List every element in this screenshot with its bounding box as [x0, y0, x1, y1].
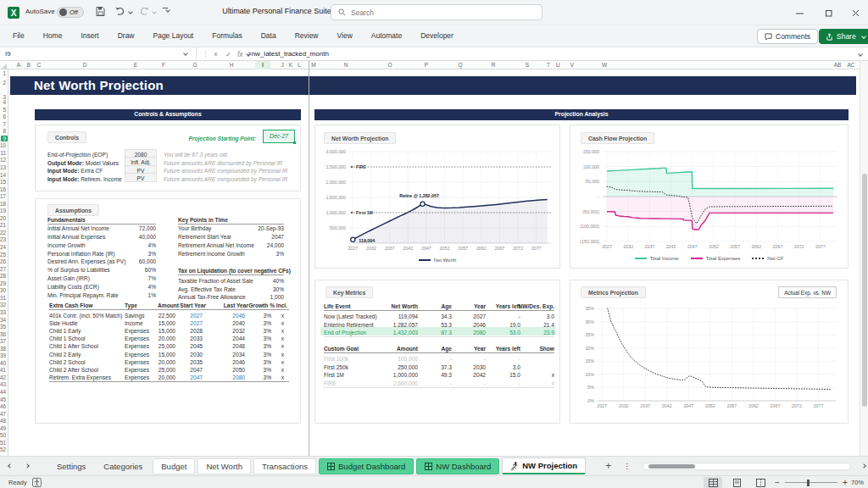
column-header-B[interactable]: B	[27, 61, 31, 69]
cancel-formula-icon[interactable]: ×	[214, 50, 218, 58]
row-headers[interactable]: 1234567891011121314151617181920212223242…	[0, 69, 8, 456]
share-button[interactable]: Share	[819, 29, 868, 44]
row-header-50[interactable]: 50	[0, 432, 6, 438]
horizontal-scrollbar-thumb[interactable]	[648, 464, 695, 469]
undo-button[interactable]	[114, 6, 132, 17]
column-header-S[interactable]: S	[526, 61, 529, 69]
row-header-24[interactable]: 24	[0, 244, 6, 250]
sheet-canvas[interactable]: Net Worth Projection Controls & Assumpti…	[8, 69, 860, 456]
selection-handle[interactable]	[293, 141, 296, 144]
ribbon-tab-view[interactable]: View	[328, 25, 362, 47]
row-header-51[interactable]: 51	[0, 440, 6, 446]
zoom-slider-thumb[interactable]	[807, 480, 810, 486]
row-header-42[interactable]: 42	[0, 374, 6, 380]
row-header-47[interactable]: 47	[0, 411, 6, 417]
row-header-20[interactable]: 20	[0, 215, 6, 221]
column-header-C[interactable]: C	[37, 61, 42, 69]
sheet-tab-settings[interactable]: Settings	[49, 459, 93, 474]
column-header-Q[interactable]: Q	[458, 61, 462, 69]
horizontal-scrollbar[interactable]	[643, 463, 851, 470]
row-header-16[interactable]: 16	[0, 186, 6, 192]
minimize-button[interactable]	[787, 1, 812, 25]
zoom-out-button[interactable]: −	[775, 478, 780, 487]
column-header-D[interactable]: D	[83, 61, 87, 69]
row-header-2[interactable]: 2	[3, 80, 6, 86]
expand-formula-bar-icon[interactable]	[858, 52, 863, 57]
scroll-right-icon[interactable]	[856, 463, 868, 470]
ribbon-tab-file[interactable]: File	[3, 25, 34, 47]
column-header-V[interactable]: V	[570, 61, 574, 69]
zoom-slider[interactable]	[785, 482, 837, 483]
sheet-tab-net-worth[interactable]: Net Worth	[198, 458, 251, 474]
row-header-8[interactable]: 8	[3, 128, 6, 134]
row-header-34[interactable]: 34	[0, 317, 6, 323]
row-header-40[interactable]: 40	[0, 360, 6, 366]
search-input[interactable]: Search	[331, 4, 542, 20]
row-header-52[interactable]: 52	[0, 446, 6, 452]
row-header-38[interactable]: 38	[0, 346, 6, 352]
column-header-L[interactable]: L	[298, 61, 301, 69]
sheet-tab-nw-dashboard[interactable]: NW Dashboard	[416, 458, 499, 474]
accessibility-icon[interactable]	[32, 478, 42, 487]
row-header-37[interactable]: 37	[0, 338, 6, 344]
row-header-12[interactable]: 12	[0, 157, 6, 163]
page-layout-view-icon[interactable]	[727, 477, 746, 488]
column-header-J[interactable]: J	[281, 61, 283, 69]
row-header-27[interactable]: 27	[0, 266, 6, 272]
row-header-29[interactable]: 29	[0, 280, 6, 286]
column-header-U[interactable]: U	[556, 61, 560, 69]
formula-input[interactable]: =nw_latest_tracked_month	[248, 50, 329, 58]
row-header-49[interactable]: 49	[0, 425, 6, 431]
row-header-28[interactable]: 28	[0, 273, 6, 279]
column-header-A[interactable]: A	[17, 61, 20, 69]
row-header-17[interactable]: 17	[0, 193, 6, 199]
row-header-25[interactable]: 25	[0, 252, 6, 258]
add-sheet-button[interactable]: +	[600, 460, 616, 472]
ribbon-tab-home[interactable]: Home	[34, 25, 72, 47]
row-header-21[interactable]: 21	[0, 222, 6, 228]
row-header-46[interactable]: 46	[0, 403, 6, 409]
row-header-44[interactable]: 44	[0, 389, 6, 395]
column-header-M[interactable]: M	[311, 61, 315, 69]
close-button[interactable]	[843, 1, 868, 25]
ribbon-tab-developer[interactable]: Developer	[411, 25, 463, 47]
quick-access-customize-button[interactable]	[163, 8, 170, 12]
row-header-19[interactable]: 19	[0, 208, 6, 214]
row-header-1[interactable]: 1	[3, 70, 6, 76]
row-header-32[interactable]: 32	[0, 302, 6, 308]
column-header-T[interactable]: T	[547, 61, 550, 69]
vertical-scrollbar-thumb[interactable]	[862, 174, 867, 407]
row-header-43[interactable]: 43	[0, 381, 6, 387]
zoom-in-button[interactable]: +	[843, 478, 848, 487]
autosave-toggle[interactable]: Off	[57, 7, 84, 18]
name-box[interactable]: I9	[0, 47, 197, 60]
row-header-26[interactable]: 26	[0, 258, 6, 264]
ribbon-tab-insert[interactable]: Insert	[71, 25, 108, 47]
column-header-F[interactable]: F	[162, 61, 165, 69]
select-all-corner[interactable]	[1, 63, 8, 69]
row-header-6[interactable]: 6	[3, 114, 6, 119]
row-header-18[interactable]: 18	[0, 201, 6, 207]
column-header-H[interactable]: H	[230, 61, 234, 69]
row-header-30[interactable]: 30	[0, 287, 6, 293]
sheet-tab-budget[interactable]: Budget	[153, 458, 195, 474]
page-break-view-icon[interactable]	[751, 477, 770, 488]
row-header-35[interactable]: 35	[0, 324, 6, 330]
insert-function-icon[interactable]: fx	[237, 50, 243, 58]
row-header-5[interactable]: 5	[3, 107, 6, 113]
ribbon-tab-draw[interactable]: Draw	[108, 25, 144, 47]
row-header-33[interactable]: 33	[0, 309, 6, 315]
column-header-N[interactable]: N	[344, 61, 348, 69]
redo-button[interactable]	[138, 6, 156, 17]
normal-view-icon[interactable]	[704, 477, 722, 488]
ribbon-tab-formulas[interactable]: Formulas	[203, 25, 251, 47]
ribbon-tab-data[interactable]: Data	[252, 25, 286, 47]
column-headers[interactable]: ABCDEFGHIJKLMNOPQRSTUVWABAC	[0, 61, 868, 69]
column-header-AB[interactable]: AB	[834, 61, 842, 69]
tab-scroll-left-icon[interactable]	[0, 463, 17, 470]
row-header-14[interactable]: 14	[0, 172, 6, 178]
comments-button[interactable]: Comments	[757, 29, 818, 44]
sheet-tab-categories[interactable]: Categories	[96, 459, 150, 474]
save-button[interactable]	[95, 6, 106, 17]
sheet-tab-budget-dashboard[interactable]: Budget Dashboard	[319, 458, 414, 474]
